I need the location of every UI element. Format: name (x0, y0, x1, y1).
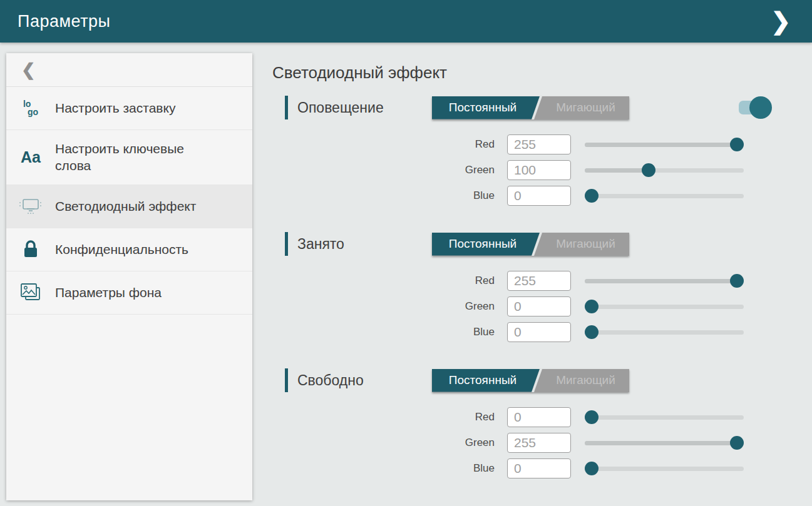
mode-segmented-control: Постоянный Мигающий (432, 96, 629, 119)
mode-constant-segment[interactable]: Постоянный (432, 233, 540, 256)
green-value-input[interactable] (507, 296, 571, 316)
sidebar-collapse-button[interactable]: ❮ (6, 53, 252, 87)
forward-chevron-icon[interactable]: ❯ (767, 7, 794, 36)
blue-label: Blue (272, 190, 507, 202)
blue-channel-row: Blue (272, 186, 812, 206)
page-title: Параметры (18, 12, 110, 31)
green-channel-row: Green (272, 433, 812, 453)
mode-constant-segment[interactable]: Постоянный (432, 369, 540, 392)
blue-channel-row: Blue (272, 322, 812, 342)
red-label: Red (272, 275, 507, 287)
section-accent-bar (285, 368, 288, 392)
blue-slider[interactable] (585, 462, 744, 475)
main-panel: Светодиодный эффект Оповещение Постоянны… (272, 43, 812, 506)
section-title: Оповещение (297, 99, 384, 116)
sidebar-item-label: Конфиденциальность (55, 241, 188, 258)
sidebar: ❮ lo go Настроить заставку Aa Настроить … (6, 53, 252, 500)
slider-fill (585, 441, 737, 445)
slider-track (585, 467, 744, 471)
sidebar-item-label: Настроить заставку (55, 100, 175, 116)
slider-thumb[interactable] (585, 325, 599, 339)
green-channel-row: Green (272, 160, 812, 180)
sidebar-item-label: Параметры фона (55, 285, 162, 301)
mode-blinking-segment[interactable]: Мигающий (542, 96, 629, 119)
red-label: Red (272, 138, 507, 151)
led-screen-icon (6, 196, 55, 216)
green-label: Green (272, 437, 507, 449)
section-free: Свободно Постоянный Мигающий Red Green (272, 368, 812, 478)
red-channel-row: Red (272, 271, 812, 291)
red-slider[interactable] (585, 274, 744, 288)
red-slider[interactable] (585, 138, 744, 151)
blue-value-input[interactable] (507, 186, 571, 206)
green-slider[interactable] (585, 163, 744, 177)
app-header: Параметры ❯ (0, 0, 812, 43)
red-channel-row: Red (272, 407, 812, 427)
sidebar-item-led-effect[interactable]: Светодиодный эффект (6, 185, 252, 228)
blue-value-input[interactable] (507, 322, 571, 342)
slider-thumb[interactable] (585, 462, 599, 475)
sidebar-item-privacy[interactable]: Конфиденциальность (6, 228, 252, 271)
green-value-input[interactable] (507, 160, 571, 180)
green-slider[interactable] (585, 436, 744, 450)
red-value-input[interactable] (507, 134, 571, 154)
sidebar-item-keywords[interactable]: Aa Настроить ключевые слова (6, 130, 252, 185)
slider-thumb[interactable] (642, 163, 655, 177)
sidebar-item-background[interactable]: Параметры фона (6, 271, 252, 315)
slider-track (585, 194, 744, 198)
background-images-icon (6, 282, 55, 303)
green-value-input[interactable] (507, 433, 571, 453)
slider-thumb[interactable] (585, 410, 599, 424)
green-slider[interactable] (585, 300, 744, 313)
red-label: Red (272, 411, 507, 423)
slider-thumb[interactable] (585, 300, 599, 313)
green-channel-row: Green (272, 296, 812, 316)
sidebar-item-splash-screen[interactable]: lo go Настроить заставку (6, 87, 252, 130)
alert-enabled-toggle[interactable] (739, 100, 768, 115)
mode-segmented-control: Постоянный Мигающий (432, 369, 629, 392)
section-accent-bar (285, 232, 288, 256)
red-slider[interactable] (585, 410, 744, 424)
section-title: Занято (297, 236, 344, 253)
mode-constant-segment[interactable]: Постоянный (432, 96, 540, 119)
red-channel-row: Red (272, 134, 812, 154)
blue-label: Blue (272, 462, 507, 475)
slider-track (585, 415, 744, 420)
section-alert: Оповещение Постоянный Мигающий Red (272, 96, 812, 219)
section-title: Свободно (297, 372, 364, 389)
blue-slider[interactable] (585, 325, 744, 339)
slider-thumb[interactable] (730, 138, 744, 151)
toggle-knob (749, 96, 772, 119)
slider-thumb[interactable] (585, 189, 599, 203)
slider-fill (585, 279, 737, 283)
logo-icon: lo go (6, 100, 55, 117)
slider-thumb[interactable] (730, 436, 744, 450)
section-accent-bar (285, 96, 288, 119)
blue-slider[interactable] (585, 189, 744, 203)
red-value-input[interactable] (507, 407, 571, 427)
green-label: Green (272, 300, 507, 313)
lock-icon (6, 240, 55, 260)
red-value-input[interactable] (507, 271, 571, 291)
mode-blinking-segment[interactable]: Мигающий (542, 233, 629, 256)
sidebar-item-label: Настроить ключевые слова (55, 141, 212, 174)
text-aa-icon: Aa (6, 148, 55, 166)
sidebar-item-label: Светодиодный эффект (55, 198, 196, 215)
slider-thumb[interactable] (730, 274, 744, 288)
slider-fill (585, 168, 649, 173)
section-busy: Занято Постоянный Мигающий Red Green (272, 232, 812, 355)
blue-value-input[interactable] (507, 458, 571, 478)
mode-segmented-control: Постоянный Мигающий (432, 233, 629, 256)
blue-label: Blue (272, 326, 507, 338)
blue-channel-row: Blue (272, 458, 812, 478)
slider-track (585, 305, 744, 309)
slider-track (585, 330, 744, 335)
slider-fill (585, 143, 737, 147)
green-label: Green (272, 164, 507, 176)
mode-blinking-segment[interactable]: Мигающий (542, 369, 629, 392)
panel-title: Светодиодный эффект (272, 63, 812, 83)
back-chevron-icon: ❮ (21, 60, 36, 80)
